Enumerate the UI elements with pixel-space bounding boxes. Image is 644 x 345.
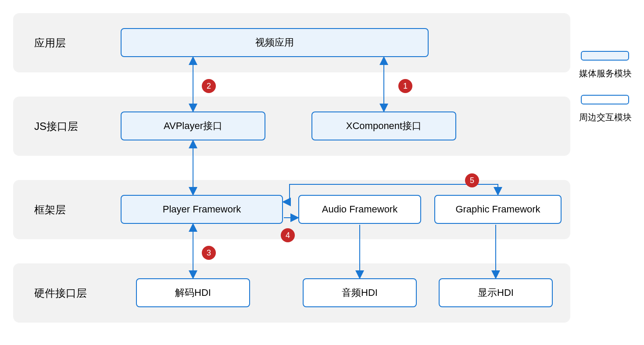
box-video-app: 视频应用 bbox=[121, 28, 429, 57]
legend-peripheral-swatch bbox=[581, 95, 629, 104]
legend-peripheral-label: 周边交互模块 bbox=[579, 111, 632, 123]
box-audio-hdi-label: 音频HDI bbox=[342, 286, 378, 299]
badge-5: 5 bbox=[465, 173, 479, 187]
box-audio-hdi: 音频HDI bbox=[303, 278, 417, 307]
box-xcomponent-label: XComponent接口 bbox=[346, 119, 422, 133]
box-graphic-framework-label: Graphic Framework bbox=[455, 204, 540, 215]
legend-media-label: 媒体服务模块 bbox=[579, 68, 632, 79]
layer-js: JS接口层 bbox=[13, 97, 570, 156]
box-player-framework-label: Player Framework bbox=[163, 204, 241, 215]
layer-js-label: JS接口层 bbox=[34, 119, 78, 133]
box-decode-hdi-label: 解码HDI bbox=[175, 286, 211, 299]
box-video-app-label: 视频应用 bbox=[255, 36, 294, 49]
box-avplayer-label: AVPlayer接口 bbox=[164, 119, 222, 133]
box-xcomponent: XComponent接口 bbox=[311, 111, 456, 140]
box-decode-hdi: 解码HDI bbox=[136, 278, 250, 307]
box-avplayer: AVPlayer接口 bbox=[121, 111, 265, 140]
layer-app-label: 应用层 bbox=[34, 36, 66, 50]
badge-1: 1 bbox=[398, 79, 412, 93]
box-graphic-framework: Graphic Framework bbox=[434, 195, 562, 224]
badge-3: 3 bbox=[202, 246, 216, 260]
badge-4: 4 bbox=[281, 228, 295, 242]
box-player-framework: Player Framework bbox=[121, 195, 283, 224]
box-audio-framework: Audio Framework bbox=[298, 195, 421, 224]
box-audio-framework-label: Audio Framework bbox=[322, 204, 397, 215]
box-display-hdi: 显示HDI bbox=[439, 278, 553, 307]
box-display-hdi-label: 显示HDI bbox=[478, 286, 514, 299]
layer-hardware-label: 硬件接口层 bbox=[34, 286, 87, 300]
badge-2: 2 bbox=[202, 79, 216, 93]
legend-media-swatch bbox=[581, 51, 629, 61]
layer-framework-label: 框架层 bbox=[34, 203, 66, 217]
